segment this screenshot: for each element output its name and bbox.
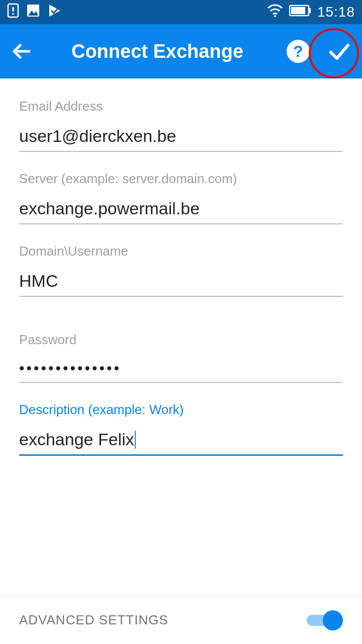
advanced-settings-toggle[interactable] xyxy=(307,610,343,630)
status-time: 15:18 xyxy=(317,4,355,20)
email-label: Email Address xyxy=(19,99,343,114)
confirm-button[interactable] xyxy=(325,37,353,65)
server-field-group: Server (example: server.domain.com) xyxy=(19,171,343,224)
svg-rect-8 xyxy=(291,7,305,14)
password-field-group: Password xyxy=(19,332,343,383)
battery-icon xyxy=(289,4,311,20)
domain-field-group: Domain\Username xyxy=(19,244,343,297)
description-field-group: Description (example: Work) exchange Fel… xyxy=(19,402,343,456)
app-bar: Connect Exchange ? xyxy=(0,24,362,78)
description-value: exchange Felix xyxy=(19,430,134,449)
wifi-icon xyxy=(267,4,283,21)
server-label: Server (example: server.domain.com) xyxy=(19,171,343,187)
play-check-icon xyxy=(47,3,62,22)
password-input[interactable] xyxy=(19,357,343,383)
svg-rect-2 xyxy=(13,13,14,15)
advanced-settings-label: ADVANCED SETTINGS xyxy=(19,612,168,628)
password-label: Password xyxy=(19,332,343,348)
server-input[interactable] xyxy=(19,196,343,224)
notification-alert-icon xyxy=(7,3,19,22)
svg-point-6 xyxy=(274,15,276,17)
help-icon: ? xyxy=(293,42,303,61)
svg-marker-5 xyxy=(49,5,60,17)
email-field-group: Email Address xyxy=(19,99,343,152)
toggle-thumb xyxy=(323,610,343,630)
help-button[interactable]: ? xyxy=(287,40,310,63)
svg-rect-1 xyxy=(13,7,14,12)
description-input[interactable]: exchange Felix xyxy=(19,427,343,456)
advanced-settings-row: ADVANCED SETTINGS xyxy=(0,596,362,644)
svg-rect-9 xyxy=(309,8,311,13)
checkmark-icon xyxy=(326,38,352,64)
image-icon xyxy=(26,4,40,21)
text-cursor xyxy=(135,431,136,449)
page-title: Connect Exchange xyxy=(28,41,287,62)
domain-input[interactable] xyxy=(19,268,343,297)
domain-label: Domain\Username xyxy=(19,244,343,259)
description-label: Description (example: Work) xyxy=(19,402,343,418)
form: Email Address Server (example: server.do… xyxy=(0,78,362,456)
email-input[interactable] xyxy=(19,123,343,152)
status-bar: 15:18 xyxy=(0,0,362,24)
